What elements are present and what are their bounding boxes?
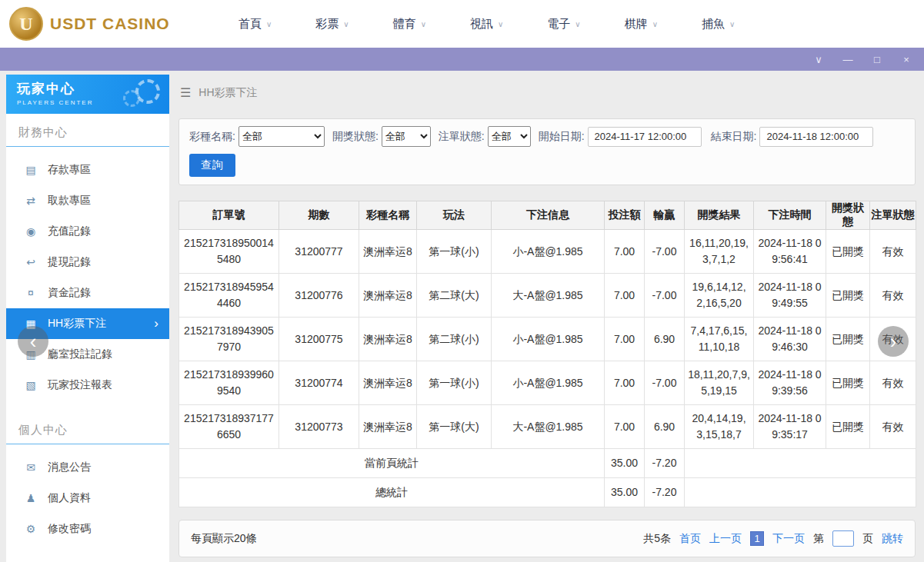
search-button[interactable]: 查詢 — [189, 154, 235, 177]
table-row: 2152173189500145480 31200777 澳洲幸运8 第一球(小… — [179, 230, 916, 274]
jump-button[interactable]: 跳转 — [882, 532, 903, 546]
cell-play: 第一球(大) — [417, 405, 492, 449]
carousel-right-arrow[interactable]: › — [878, 326, 909, 357]
sidebar-item-label: 玩家投注報表 — [48, 378, 112, 392]
sidebar-item-announcements[interactable]: ✉ 消息公告 — [6, 452, 169, 483]
bets-table: 訂單號 期數 彩種名稱 玩法 下注信息 投注額 輸贏 開獎結果 下注時間 開獎狀… — [178, 201, 916, 507]
cell-result: 20,4,14,19,3,15,18,7 — [685, 405, 754, 449]
start-date-input[interactable] — [588, 127, 702, 147]
total-count: 共5条 — [643, 532, 671, 546]
col-header-draw-status: 開獎狀態 — [826, 201, 870, 230]
next-page-link[interactable]: 下一页 — [772, 532, 805, 546]
nav-item-sports[interactable]: 體育 ∨ — [393, 17, 426, 32]
draw-status-label: 開獎狀態: — [332, 130, 379, 144]
sidebar-item-label: 修改密碼 — [48, 522, 91, 536]
col-header-bet-amount: 投注額 — [605, 201, 645, 230]
nav-item-cards[interactable]: 棋牌 ∨ — [625, 17, 658, 32]
cell-winloss: -7.00 — [645, 361, 685, 405]
logo[interactable]: U USDT CASINO — [0, 7, 194, 41]
cell-period: 31200777 — [279, 230, 359, 274]
cell-bet-status: 有效 — [870, 361, 916, 405]
main-menu: 首頁 ∨ 彩票 ∨ 體育 ∨ 視訊 ∨ 電子 ∨ 棋牌 ∨ 捕魚 ∨ — [239, 17, 735, 32]
logo-icon: U — [9, 7, 43, 41]
page-jump-input[interactable] — [832, 530, 854, 547]
cell-lottery: 澳洲幸运8 — [359, 318, 417, 361]
table-row: 2152173189439057970 31200775 澳洲幸运8 第二球(小… — [179, 318, 916, 361]
nav-item-live[interactable]: 視訊 ∨ — [470, 17, 503, 32]
sidebar-item-profile[interactable]: ♟ 個人資料 — [6, 483, 169, 514]
top-navigation: U USDT CASINO 首頁 ∨ 彩票 ∨ 體育 ∨ 視訊 ∨ 電子 ∨ 棋… — [0, 0, 924, 48]
cell-bet-info: 大-A盤@1.985 — [492, 405, 605, 449]
cell-amount: 7.00 — [605, 230, 645, 274]
sidebar-item-player-bet-report[interactable]: ▧ 玩家投注報表 — [6, 370, 169, 401]
cell-bet-status: 有效 — [870, 274, 916, 318]
close-icon[interactable]: × — [901, 55, 912, 65]
sidebar-item-recharge-records[interactable]: ◉ 充值記錄 — [6, 216, 169, 247]
draw-status-select[interactable]: 全部 — [382, 126, 431, 147]
person-icon: ♟ — [25, 492, 37, 504]
cell-order-no: 2152173189439057970 — [179, 318, 279, 361]
cell-winloss: 6.90 — [645, 318, 685, 361]
cell-lottery: 澳洲幸运8 — [359, 274, 417, 318]
cell-period: 31200775 — [279, 318, 359, 361]
cell-amount: 7.00 — [605, 318, 645, 361]
cell-period: 31200773 — [279, 405, 359, 449]
cell-bet-info: 小-A盤@1.985 — [492, 318, 605, 361]
chevron-down-icon: ∨ — [575, 20, 580, 28]
grand-summary-amount: 35.00 — [605, 478, 645, 507]
lottery-name-label: 彩種名稱: — [189, 130, 235, 144]
sidebar-item-label: 提現記錄 — [48, 255, 91, 269]
sidebar-item-withdraw[interactable]: ⇄ 取款專區 — [6, 185, 169, 216]
sidebar-item-change-password[interactable]: ⚙ 修改密碼 — [6, 514, 169, 544]
bet-status-label: 注單狀態: — [439, 130, 485, 144]
cell-lottery: 澳洲幸运8 — [359, 405, 417, 449]
col-header-bet-time: 下注時間 — [754, 201, 826, 230]
summary-empty-cell — [685, 449, 916, 478]
logo-letter: U — [19, 14, 32, 35]
cell-order-no: 2152173189459544460 — [179, 274, 279, 318]
table-row: 2152173189459544460 31200776 澳洲幸运8 第二球(大… — [179, 274, 916, 318]
jump-label-post: 页 — [862, 532, 873, 546]
cell-draw-status: 已開獎 — [826, 361, 870, 405]
recharge-icon: ◉ — [25, 225, 37, 238]
funds-icon: ¤ — [25, 287, 37, 299]
cell-draw-status: 已開獎 — [826, 318, 870, 361]
prev-page-link[interactable]: 上一页 — [709, 532, 742, 546]
current-page[interactable]: 1 — [750, 531, 764, 546]
menu-icon[interactable]: ☰ — [180, 85, 191, 100]
nav-item-lottery[interactable]: 彩票 ∨ — [315, 17, 349, 32]
cell-result: 18,11,20,7,9,5,19,15 — [685, 361, 754, 405]
col-header-win-loss: 輸贏 — [645, 201, 685, 230]
sidebar-item-cashout-records[interactable]: ↩ 提現記錄 — [6, 247, 169, 278]
first-page-link[interactable]: 首页 — [679, 532, 701, 546]
lottery-name-select[interactable]: 全部 — [239, 126, 325, 147]
start-date-label: 開始日期: — [539, 130, 585, 144]
titlebar-chevron-icon[interactable]: ∨ — [813, 55, 824, 65]
cell-bet-info: 小-A盤@1.985 — [492, 230, 605, 274]
cell-play: 第二球(大) — [417, 274, 492, 318]
cell-result: 7,4,17,6,15,11,10,18 — [685, 318, 754, 361]
carousel-left-arrow[interactable]: ‹ — [18, 326, 48, 357]
chevron-down-icon: ∨ — [266, 20, 272, 28]
sidebar-section-agent: 代理中心 — [6, 555, 169, 562]
nav-item-fishing[interactable]: 捕魚 ∨ — [702, 17, 735, 32]
sidebar-item-funds-records[interactable]: ¤ 資金記錄 — [6, 278, 169, 308]
nav-item-label: 棋牌 — [625, 17, 648, 32]
sidebar-item-label: 資金記錄 — [48, 286, 91, 300]
nav-item-label: 電子 — [547, 17, 570, 32]
nav-item-home[interactable]: 首頁 ∨ — [239, 17, 272, 32]
end-date-input[interactable] — [759, 127, 873, 147]
cell-play: 第二球(小) — [417, 318, 492, 361]
sidebar-item-deposit[interactable]: ▤ 存款專區 — [6, 155, 169, 185]
page-summary-row: 當前頁統計 35.00 -7.20 — [179, 449, 916, 478]
nav-item-slots[interactable]: 電子 ∨ — [547, 17, 580, 32]
cell-bet-time: 2024-11-18 09:56:41 — [754, 230, 826, 274]
cell-amount: 7.00 — [605, 274, 645, 318]
cell-order-no: 2152173189500145480 — [179, 230, 279, 274]
bet-status-select[interactable]: 全部 — [488, 126, 531, 147]
chevron-down-icon: ∨ — [343, 20, 349, 28]
maximize-icon[interactable]: □ — [872, 55, 882, 65]
col-header-bet-info: 下注信息 — [492, 201, 605, 230]
minimize-icon[interactable]: — — [842, 55, 853, 65]
page-summary-winloss: -7.20 — [645, 449, 685, 478]
